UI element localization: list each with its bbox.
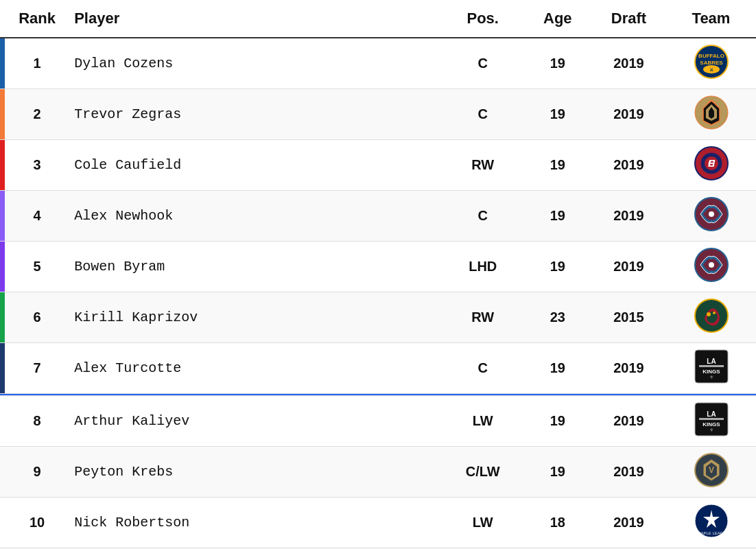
rank-cell: 9	[0, 447, 67, 498]
main-table-container: Rank Player Pos. Age Draft Team 1 Dylan …	[0, 0, 756, 549]
age-value: 19	[524, 242, 591, 292]
rank-cell: 10	[0, 498, 67, 548]
header-pos: Pos.	[442, 0, 524, 38]
table-header-row: Rank Player Pos. Age Draft Team	[0, 0, 756, 38]
table-row: 6 Kirill Kaprizov RW 23 2015	[0, 292, 756, 343]
header-player: Player	[67, 0, 442, 38]
age-value: 19	[524, 89, 591, 140]
team-logo-ANA	[694, 95, 729, 130]
player-name: Peyton Krebs	[67, 447, 442, 498]
player-name: Arthur Kaliyev	[67, 396, 442, 447]
age-value: 19	[524, 38, 591, 89]
team-logo-cell	[666, 89, 756, 140]
rank-value: 9	[34, 464, 41, 479]
player-name: Nick Robertson	[67, 498, 442, 548]
draft-year: 2019	[591, 498, 666, 548]
team-logo-MTL: C H	[694, 145, 729, 181]
rank-cell: 7	[0, 343, 67, 394]
team-logo-cell: LA KINGS ⚜	[666, 396, 756, 447]
svg-text:BUFFALO: BUFFALO	[698, 53, 724, 59]
team-logo-BUF: BUFFALO SABRES ⚔	[694, 44, 729, 80]
rank-cell: 1	[0, 38, 67, 89]
rank-value: 5	[34, 259, 41, 274]
team-logo-cell: C H	[666, 140, 756, 191]
team-logo-cell	[666, 292, 756, 343]
rank-value: 10	[29, 515, 45, 530]
header-age: Age	[524, 0, 591, 38]
svg-text:⚜: ⚜	[709, 428, 713, 432]
rank-value: 7	[34, 360, 41, 375]
age-value: 23	[524, 292, 591, 343]
team-logo-COL	[694, 247, 729, 283]
team-logo-MIN	[694, 298, 729, 334]
draft-year: 2019	[591, 191, 666, 242]
header-rank: Rank	[0, 0, 67, 38]
team-logo-cell: BUFFALO SABRES ⚔	[666, 38, 756, 89]
player-name: Bowen Byram	[67, 242, 442, 292]
svg-text:MAPLE LEAFS: MAPLE LEAFS	[697, 531, 725, 535]
player-name: Alex Newhook	[67, 191, 442, 242]
position-value: C	[442, 191, 524, 242]
team-logo-COL	[694, 196, 729, 232]
rank-cell: 3	[0, 140, 67, 191]
position-value: C/LW	[442, 447, 524, 498]
team-logo-cell: V	[666, 447, 756, 498]
table-row: 2 Trevor Zegras C 19 2019	[0, 89, 756, 140]
team-logo-cell	[666, 191, 756, 242]
player-name: Kirill Kaprizov	[67, 292, 442, 343]
svg-point-17	[709, 262, 714, 268]
position-value: LHD	[442, 242, 524, 292]
age-value: 19	[524, 140, 591, 191]
player-name: Alex Turcotte	[67, 343, 442, 394]
draft-year: 2015	[591, 292, 666, 343]
team-logo-cell: MAPLE LEAFS	[666, 498, 756, 548]
rank-cell: 2	[0, 89, 67, 140]
table-row: 7 Alex Turcotte C 19 2019 LA KINGS ⚜	[0, 343, 756, 394]
svg-text:⚔: ⚔	[709, 67, 713, 72]
svg-point-15	[709, 211, 714, 217]
svg-rect-23	[699, 365, 724, 367]
rank-value: 1	[34, 56, 41, 71]
team-logo-LAK: LA KINGS ⚜	[694, 401, 729, 437]
rank-value: 3	[34, 157, 41, 172]
player-name: Trevor Zegras	[67, 89, 442, 140]
rank-cell: 8	[0, 396, 67, 447]
svg-text:V: V	[708, 465, 713, 475]
table-row: 8 Arthur Kaliyev LW 19 2019 LA KINGS ⚜	[0, 396, 756, 447]
position-value: RW	[442, 292, 524, 343]
svg-text:LA: LA	[707, 358, 716, 365]
position-value: C	[442, 38, 524, 89]
svg-text:⚜: ⚜	[709, 375, 713, 379]
age-value: 19	[524, 396, 591, 447]
draft-year: 2019	[591, 242, 666, 292]
age-value: 19	[524, 447, 591, 498]
position-value: C	[442, 343, 524, 394]
draft-year: 2019	[591, 447, 666, 498]
draft-year: 2019	[591, 89, 666, 140]
team-logo-VGK: V	[694, 452, 729, 488]
svg-text:SABRES: SABRES	[700, 60, 723, 66]
rank-value: 8	[34, 413, 41, 428]
age-value: 19	[524, 343, 591, 394]
position-value: C	[442, 89, 524, 140]
table-row: 5 Bowen Byram LHD 19 2019	[0, 242, 756, 292]
player-name: Cole Caufield	[67, 140, 442, 191]
age-value: 18	[524, 498, 591, 548]
position-value: LW	[442, 396, 524, 447]
rank-cell: 4	[0, 191, 67, 242]
rank-value: 4	[34, 208, 41, 223]
svg-text:KINGS: KINGS	[702, 421, 720, 428]
draft-year: 2019	[591, 140, 666, 191]
header-draft: Draft	[591, 0, 666, 38]
rank-cell: 5	[0, 242, 67, 292]
header-team: Team	[666, 0, 756, 38]
team-logo-cell: LA KINGS ⚜	[666, 343, 756, 394]
svg-point-20	[713, 312, 716, 314]
svg-text:H: H	[707, 158, 715, 169]
draft-year: 2019	[591, 38, 666, 89]
table-row: 4 Alex Newhook C 19 2019	[0, 191, 756, 242]
table-row: 3 Cole Caufield RW 19 2019 C H	[0, 140, 756, 191]
rank-value: 2	[34, 106, 41, 121]
svg-text:LA: LA	[707, 410, 716, 418]
age-value: 19	[524, 191, 591, 242]
